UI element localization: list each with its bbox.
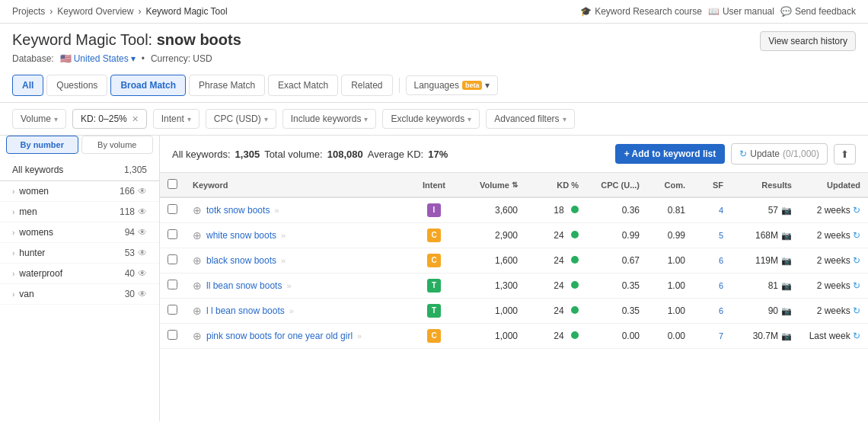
eye-icon[interactable]: 👁	[138, 206, 147, 217]
refresh-icon[interactable]: ↻	[853, 305, 860, 316]
export-button[interactable]: ⬆	[834, 144, 856, 165]
select-all-checkbox[interactable]	[168, 179, 177, 189]
exclude-keywords-filter[interactable]: Exclude keywords ▾	[382, 109, 480, 129]
advanced-filters[interactable]: Advanced filters ▾	[486, 109, 574, 129]
row-checkbox[interactable]	[168, 229, 177, 239]
keyword-research-course-link[interactable]: 🎓 Keyword Research course	[580, 6, 702, 17]
camera-icon[interactable]: 📷	[781, 206, 792, 216]
kd-dot	[571, 306, 579, 314]
volume-col: Volume ⇅	[457, 173, 525, 197]
sf-link[interactable]: 6	[719, 256, 723, 265]
camera-icon[interactable]: 📷	[781, 231, 792, 241]
refresh-icon[interactable]: ↻	[853, 280, 860, 291]
sidebar-item-van[interactable]: › van 30 👁	[0, 284, 159, 305]
refresh-icon[interactable]: ↻	[853, 205, 860, 216]
row-checkbox[interactable]	[168, 330, 177, 340]
add-keyword-icon[interactable]: ⊕	[193, 280, 202, 292]
add-keyword-icon[interactable]: ⊕	[193, 330, 202, 342]
breadcrumb-projects[interactable]: Projects	[12, 6, 45, 17]
add-keyword-icon[interactable]: ⊕	[193, 254, 202, 267]
add-keyword-icon[interactable]: ⊕	[193, 229, 202, 241]
update-button[interactable]: ↻ Update (0/1,000)	[731, 143, 828, 165]
keyword-expand-icon[interactable]: »	[289, 306, 294, 315]
camera-icon[interactable]: 📷	[781, 256, 792, 266]
sf-col: SF	[693, 173, 731, 197]
tab-questions[interactable]: Questions	[46, 75, 107, 96]
sf-link[interactable]: 6	[719, 281, 723, 290]
sf-link[interactable]: 6	[719, 306, 723, 315]
sf-link[interactable]: 4	[719, 206, 723, 215]
camera-icon[interactable]: 📷	[781, 306, 792, 316]
keyword-expand-icon[interactable]: »	[281, 256, 286, 265]
sf-link[interactable]: 5	[719, 231, 723, 240]
include-keywords-filter[interactable]: Include keywords ▾	[282, 109, 377, 129]
volume-filter[interactable]: Volume ▾	[12, 109, 66, 129]
cpc-filter[interactable]: CPC (USD) ▾	[206, 109, 276, 129]
keyword-link[interactable]: pink snow boots for one year old girl	[206, 331, 353, 341]
tab-related[interactable]: Related	[341, 75, 392, 96]
keyword-expand-icon[interactable]: »	[281, 231, 286, 240]
keyword-link[interactable]: totk snow boots	[206, 205, 270, 216]
add-keyword-icon[interactable]: ⊕	[193, 204, 202, 216]
tab-broad-match[interactable]: Broad Match	[110, 75, 186, 96]
eye-icon[interactable]: 👁	[138, 289, 147, 299]
keyword-link[interactable]: black snow boots	[206, 255, 276, 266]
send-feedback-link[interactable]: 💬 Send feedback	[780, 6, 856, 17]
keyword-expand-icon[interactable]: »	[357, 331, 362, 340]
add-keyword-icon[interactable]: ⊕	[193, 305, 202, 317]
chevron-down-icon: ▾	[131, 53, 136, 64]
eye-icon[interactable]: 👁	[138, 186, 147, 197]
sidebar-item-waterproof[interactable]: › waterproof 40 👁	[0, 264, 159, 284]
sort-icon[interactable]: ⇅	[512, 181, 518, 189]
volume-cell: 1,300	[457, 273, 525, 299]
keyword-link[interactable]: ll bean snow boots	[206, 280, 282, 291]
eye-icon[interactable]: 👁	[138, 227, 147, 238]
toggle-by-volume[interactable]: By volume	[81, 136, 154, 154]
tab-all[interactable]: All	[12, 75, 43, 96]
intent-cell: T	[411, 273, 457, 299]
sidebar-item-men[interactable]: › men 118 👁	[0, 202, 159, 222]
row-checkbox[interactable]	[168, 254, 177, 264]
graduation-icon: 🎓	[580, 6, 592, 17]
sidebar-item-womens[interactable]: › womens 94 👁	[0, 222, 159, 243]
kd-cell: 24	[525, 324, 586, 349]
add-to-keyword-list-button[interactable]: + Add to keyword list	[615, 144, 726, 164]
volume-cell: 2,900	[457, 223, 525, 248]
camera-icon[interactable]: 📷	[781, 281, 792, 291]
kd-col: KD %	[525, 173, 586, 197]
row-checkbox-cell	[160, 299, 185, 324]
keyword-link[interactable]: l l bean snow boots	[206, 305, 285, 316]
camera-icon[interactable]: 📷	[781, 331, 792, 341]
row-checkbox[interactable]	[168, 280, 177, 289]
results-value: 57	[768, 205, 778, 216]
keyword-link[interactable]: white snow boots	[206, 230, 276, 241]
tab-phrase-match[interactable]: Phrase Match	[189, 75, 265, 96]
refresh-icon[interactable]: ↻	[853, 230, 860, 241]
user-manual-link[interactable]: 📖 User manual	[708, 6, 774, 17]
updated-cell: 2 weeks ↻	[799, 299, 868, 324]
sf-link[interactable]: 7	[719, 331, 723, 340]
eye-icon[interactable]: 👁	[138, 248, 147, 258]
toggle-by-number[interactable]: By number	[6, 136, 78, 154]
refresh-icon[interactable]: ↻	[853, 255, 860, 266]
database-country-link[interactable]: 🇺🇸 United States ▾	[60, 53, 136, 64]
sidebar-item-women[interactable]: › women 166 👁	[0, 181, 159, 202]
refresh-icon[interactable]: ↻	[853, 331, 860, 341]
sidebar-item-all[interactable]: All keywords 1,305	[0, 160, 159, 181]
languages-dropdown[interactable]: Languages beta ▾	[406, 75, 499, 95]
updated-cell: 2 weeks ↻	[799, 248, 868, 273]
row-checkbox[interactable]	[168, 204, 177, 214]
sidebar-toggle: By number By volume	[6, 136, 153, 154]
kd-clear-button[interactable]: ✕	[132, 114, 139, 124]
row-checkbox[interactable]	[168, 305, 177, 315]
keyword-expand-icon[interactable]: »	[286, 281, 291, 290]
tab-exact-match[interactable]: Exact Match	[268, 75, 338, 96]
breadcrumb-current: Keyword Magic Tool	[145, 6, 227, 17]
table-row: ⊕ ll bean snow boots » T 1,300 24 0.35 1…	[160, 273, 868, 299]
keyword-expand-icon[interactable]: »	[274, 206, 279, 215]
eye-icon[interactable]: 👁	[138, 268, 147, 279]
view-history-button[interactable]: View search history	[760, 31, 856, 51]
intent-filter[interactable]: Intent ▾	[153, 109, 199, 129]
breadcrumb-keyword-overview[interactable]: Keyword Overview	[57, 6, 133, 17]
sidebar-item-hunter[interactable]: › hunter 53 👁	[0, 243, 159, 264]
